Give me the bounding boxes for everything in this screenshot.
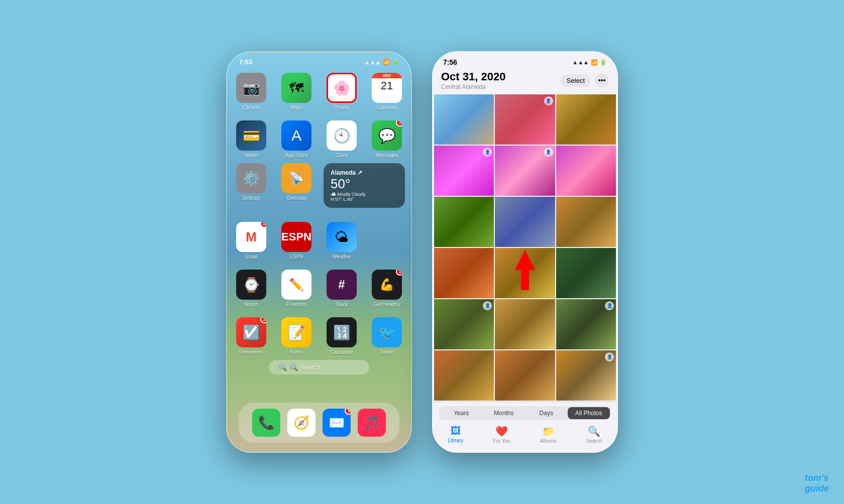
wallet-label: Wallet [244,153,258,158]
app-gmail[interactable]: M 4 Gmail [233,222,269,260]
photo-3[interactable] [556,94,616,145]
red-arrow-overlay [515,250,535,292]
photo-6[interactable] [556,146,616,196]
photo-7[interactable] [434,197,494,247]
app-slack[interactable]: # Slack [324,270,360,307]
photos-title: Oct 31, 2020 [441,70,505,83]
bottom-nav: 🖼 Library ❤️ For You 📁 Albums 🔍 Search [433,422,617,452]
settings-label: Settings [242,195,260,201]
photo-18[interactable]: 👤 [556,350,616,401]
search-icon: 🔍 [279,363,287,371]
app-reminders[interactable]: ☑️ 2 Reminders [233,317,269,355]
app-clock[interactable]: 🕙 Clock [324,120,360,158]
notes-label: Notes [290,349,303,355]
signal-icon: ▲▲▲ [364,59,381,65]
library-label: Library [448,438,463,443]
nav-search[interactable]: 🔍 Search [586,425,602,444]
dock-safari[interactable]: 🧭 [287,409,315,437]
app-photos[interactable]: 🌸 Photos [324,73,360,110]
photo-13[interactable]: 👤 [434,299,494,349]
app-calendar[interactable]: WED 21 Calendar [369,73,405,110]
app-row-6: ☑️ 2 Reminders 📝 Notes 🔢 Calculator 🐦 Tw… [227,312,411,360]
photo-grid: 👤 👤 👤 👤 👤 [433,94,617,401]
photo-16[interactable] [434,350,494,401]
app-camera[interactable]: 📷 Camera [233,73,269,110]
gethealthy-label: Get Healthy [374,302,400,307]
time-right: 7:56 [443,58,457,66]
espn-icon: ESPN [281,222,311,252]
nav-albums[interactable]: 📁 Albums [540,425,556,444]
photos-header: Oct 31, 2020 Central Alameda Select ••• [433,68,617,94]
face-badge-15: 👤 [605,301,614,310]
dock-phone[interactable]: 📞 [252,409,280,437]
wifi-icon: 📶 [383,59,390,65]
time-left: 7:53 [239,58,252,66]
photos-icon: 🌸 [327,73,357,103]
app-appstore[interactable]: A App Store [278,120,314,158]
left-iphone: 7:53 ▲▲▲ 📶 🔋 📷 Camera 🗺 Maps 🌸 Photos [226,51,412,453]
app-notes[interactable]: 📝 Notes [278,317,314,355]
signal-right: ▲▲▲ [572,59,589,65]
search-nav-label: Search [586,438,602,444]
photos-label: Photos [334,105,349,110]
filter-years[interactable]: Years [440,407,483,419]
app-row-1: 📷 Camera 🗺 Maps 🌸 Photos WED 21 Calendar [227,68,411,115]
photos-header-buttons: Select ••• [561,73,609,87]
app-freeform[interactable]: ✏️ Freeform [278,270,314,307]
gethealthy-icon: 💪 1 [372,270,402,300]
filter-months[interactable]: Months [483,407,525,419]
dock-music[interactable]: 🎵 [358,409,386,437]
photo-14[interactable] [495,299,555,349]
photo-1[interactable] [434,94,494,145]
more-button[interactable]: ••• [595,73,609,87]
app-messages[interactable]: 💬 7 Messages [369,120,405,158]
gethealthy-badge: 1 [396,270,402,276]
face-badge-13: 👤 [483,301,492,310]
photo-10[interactable] [434,248,494,298]
appstore-icon: A [281,120,311,151]
weather-hl: H:57° L:40° [331,197,398,202]
twitter-icon: 🐦 [372,317,402,347]
app-overcast[interactable]: 📡 Overcast [278,163,314,208]
app-weather[interactable]: 🌤 Weather [324,222,360,260]
app-twitter[interactable]: 🐦 Twitter [369,317,405,355]
app-settings[interactable]: ⚙️ Settings [233,163,269,208]
dock-mail[interactable]: ✉️ 1 [323,409,351,437]
status-bar-right: 7:56 ▲▲▲ 📶 🔋 [433,52,617,68]
app-espn[interactable]: ESPN ESPN [278,222,314,260]
battery-icon: 🔋 [392,59,399,65]
app-calculator[interactable]: 🔢 Calculator [324,317,360,355]
toms-guide-watermark: tom'sguide [805,473,829,494]
photo-15[interactable]: 👤 [556,299,616,349]
photo-2[interactable]: 👤 [495,94,555,145]
calendar-label: Calendar [377,105,397,110]
reminders-icon: ☑️ 2 [236,317,266,347]
search-bar[interactable]: 🔍 🔍 Search [269,360,369,374]
app-watch[interactable]: ⌚ Watch [233,270,269,307]
calendar-icon: WED 21 [372,73,402,103]
photos-subtitle: Central Alameda [441,83,505,90]
mail-icon: ✉️ 1 [323,409,351,437]
nav-library[interactable]: 🖼 Library [448,425,463,444]
mail-badge: 1 [345,409,351,415]
filter-days[interactable]: Days [525,407,568,419]
photos-title-row: Oct 31, 2020 Central Alameda Select ••• [441,70,609,90]
select-button[interactable]: Select [561,74,591,87]
app-wallet[interactable]: 💳 Wallet [233,120,269,158]
photo-9[interactable] [556,197,616,247]
nav-for-you[interactable]: ❤️ For You [493,425,510,444]
photo-5[interactable]: 👤 [495,146,555,196]
app-gethealthy[interactable]: 💪 1 Get Healthy [369,270,405,307]
weather-city: Alameda ↗ [331,169,398,176]
status-icons-right: ▲▲▲ 📶 🔋 [572,58,607,66]
photo-17[interactable] [495,350,555,401]
photo-8[interactable] [495,197,555,247]
weather-desc: ☁️ Mostly Cloudy [331,192,398,197]
photo-12[interactable] [556,248,616,298]
battery-right: 🔋 [600,59,607,66]
filter-all-photos[interactable]: All Photos [568,407,610,419]
weather-widget[interactable]: Alameda ↗ 50° ☁️ Mostly Cloudy H:57° L:4… [324,163,405,208]
app-maps[interactable]: 🗺 Maps [278,73,314,110]
albums-label: Albums [540,438,556,444]
photo-4[interactable]: 👤 [434,146,494,196]
